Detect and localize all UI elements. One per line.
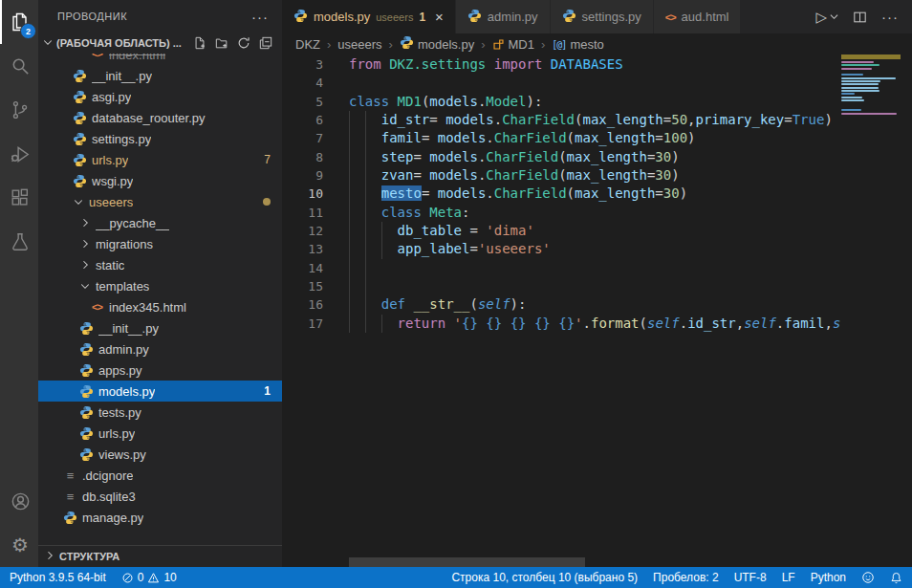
breadcrumb-MD1[interactable]: MD1 (492, 37, 534, 52)
tree-item-index345.html[interactable]: <>index345.html (38, 296, 282, 317)
tab-settings.py[interactable]: settings.py (551, 0, 654, 33)
horizontal-scrollbar[interactable] (349, 557, 585, 567)
tree-item-migrations[interactable]: migrations (38, 233, 282, 254)
tree-item-label: __pycache__ (96, 216, 169, 230)
tree-item-index.html[interactable]: <>index.html (38, 54, 282, 65)
code-editor[interactable]: 3from DKZ.settings import DATABASES45cla… (282, 54, 912, 567)
eol-status[interactable]: LF (782, 571, 795, 584)
cursor-position-status[interactable]: Строка 10, столбец 10 (выбрано 5) (451, 571, 638, 584)
minimap[interactable] (841, 54, 903, 131)
breadcrumb-DKZ[interactable]: DKZ (295, 37, 320, 52)
activity-accounts[interactable] (0, 479, 38, 523)
python-file-icon (79, 321, 94, 336)
encoding-status[interactable]: UTF-8 (734, 571, 767, 584)
tree-item-templates[interactable]: templates (38, 275, 282, 296)
tree-item-label: urls.py (98, 426, 135, 441)
feedback-icon[interactable] (861, 571, 875, 584)
code-line-9: 9 zvan= models.CharField(max_length=30) (282, 166, 841, 185)
python-interpreter-status[interactable]: Python 3.9.5 64-bit (10, 571, 106, 584)
activity-run-debug[interactable] (0, 132, 38, 176)
activity-extensions[interactable] (0, 176, 38, 220)
breadcrumb-useeers[interactable]: useeers (337, 37, 381, 52)
refresh-icon[interactable] (237, 36, 250, 50)
code-line-10: 10 mesto= models.CharField(max_length=30… (282, 185, 841, 203)
python-file-icon (79, 405, 94, 420)
tree-item-urls.py[interactable]: urls.py (38, 423, 282, 444)
tree-item-database_roouter.py[interactable]: database_roouter.py (38, 107, 282, 128)
activity-testing[interactable] (0, 220, 38, 264)
code-line-6: 6 id_str= models.CharField(max_length=50… (282, 111, 841, 129)
activity-explorer[interactable]: 2 (0, 0, 38, 44)
problems-status[interactable]: 0 10 (121, 571, 177, 584)
tree-item-models.py[interactable]: models.py1 (38, 381, 282, 402)
language-mode-status[interactable]: Python (811, 571, 846, 584)
tab-admin.py[interactable]: admin.py (456, 0, 551, 33)
tree-item-manage.py[interactable]: manage.py (38, 507, 282, 528)
code-line-15: 15 (282, 277, 841, 295)
tabs: models.pyuseeers1×admin.pysettings.py<>a… (282, 0, 741, 33)
chevron-down-icon (73, 196, 84, 207)
activity-badge: 2 (20, 23, 36, 39)
tree-item-.dcignore[interactable]: ≡.dcignore (38, 465, 282, 486)
activity-source-control[interactable] (0, 88, 38, 132)
tree-item-label: database_roouter.py (92, 111, 206, 125)
breadcrumb-mesto[interactable]: [@]mesto (552, 37, 603, 52)
breadcrumb-separator: › (481, 37, 485, 52)
python-file-icon (73, 69, 87, 83)
tree-item-__init__.py[interactable]: __init__.py (38, 317, 282, 338)
tree-item-wsgi.py[interactable]: wsgi.py (38, 170, 282, 191)
tab-aud.html[interactable]: <>aud.html (654, 0, 742, 33)
tree-item-static[interactable]: static (38, 254, 282, 275)
close-tab-icon[interactable]: × (435, 10, 444, 24)
class-symbol-icon (492, 38, 505, 51)
tree-item-useeers[interactable]: useeers (38, 191, 282, 212)
tree-item-label: manage.py (82, 511, 143, 525)
file-tree: <>index.html__init__.pyasgi.pydatabase_r… (38, 54, 282, 545)
breadcrumb: DKZ›useeers›models.py›MD1›[@]mesto (282, 33, 912, 54)
tree-item-__init__.py[interactable]: __init__.py (38, 65, 282, 86)
tree-item-label: .dcignore (82, 468, 133, 483)
chevron-down-icon (42, 36, 54, 50)
code-line-16: 16 def __str__(self): (282, 295, 841, 314)
python-file-icon (467, 9, 482, 26)
workspace-section-header[interactable]: (РАБОЧАЯ ОБЛАСТЬ) ... (38, 33, 282, 54)
warning-icon (147, 572, 160, 584)
editor-actions: ▷ ··· (802, 0, 912, 33)
tree-item-db.sqlite3[interactable]: ≡db.sqlite3 (38, 486, 282, 507)
code-line-7: 7 famil= models.CharField(max_length=100… (282, 129, 841, 147)
tree-item-apps.py[interactable]: apps.py (38, 359, 282, 381)
sidebar-more-actions-icon[interactable]: ··· (251, 9, 269, 25)
tree-item-admin.py[interactable]: admin.py (38, 338, 282, 359)
tree-item-tests.py[interactable]: tests.py (38, 402, 282, 423)
tree-item-__pycache__[interactable]: __pycache__ (38, 212, 282, 233)
tree-item-urls.py[interactable]: urls.py7 (38, 149, 282, 170)
field-symbol-icon: [@] (552, 39, 566, 50)
outline-section-header[interactable]: СТРУКТУРА (38, 545, 282, 567)
tree-item-settings.py[interactable]: settings.py (38, 128, 282, 149)
tree-item-views.py[interactable]: views.py (38, 444, 282, 465)
python-file-icon (79, 342, 94, 357)
vscode-window: 2 ⚙ ПРОВОДНИК ··· (РАБОЧАЯ ОБЛАСТЬ) ... … (0, 0, 912, 588)
split-editor-icon[interactable] (853, 11, 867, 24)
html-file-icon: <> (665, 11, 676, 23)
outline-section-label: СТРУКТУРА (59, 551, 119, 562)
python-file-icon (73, 90, 87, 104)
activity-search[interactable] (0, 44, 38, 88)
new-file-icon[interactable] (193, 36, 206, 50)
tree-item-asgi.py[interactable]: asgi.py (38, 86, 282, 107)
tree-item-label: index345.html (109, 300, 186, 315)
run-python-file-button[interactable]: ▷ (815, 9, 838, 26)
tab-models.py[interactable]: models.pyuseeers1× (282, 0, 456, 33)
indentation-status[interactable]: Пробелов: 2 (653, 571, 719, 584)
activity-settings[interactable]: ⚙ (0, 523, 38, 567)
explorer-sidebar: ПРОВОДНИК ··· (РАБОЧАЯ ОБЛАСТЬ) ... <>in… (38, 0, 282, 567)
more-actions-icon[interactable]: ··· (881, 9, 899, 25)
error-count: 0 (138, 571, 144, 584)
tab-label: models.py (314, 10, 370, 24)
breadcrumb-separator: › (389, 37, 393, 52)
html-file-icon: <> (90, 301, 104, 313)
breadcrumb-models.py[interactable]: models.py (400, 35, 474, 53)
new-folder-icon[interactable] (215, 36, 228, 50)
collapse-all-icon[interactable] (259, 36, 272, 50)
notifications-bell-icon[interactable] (890, 572, 902, 584)
